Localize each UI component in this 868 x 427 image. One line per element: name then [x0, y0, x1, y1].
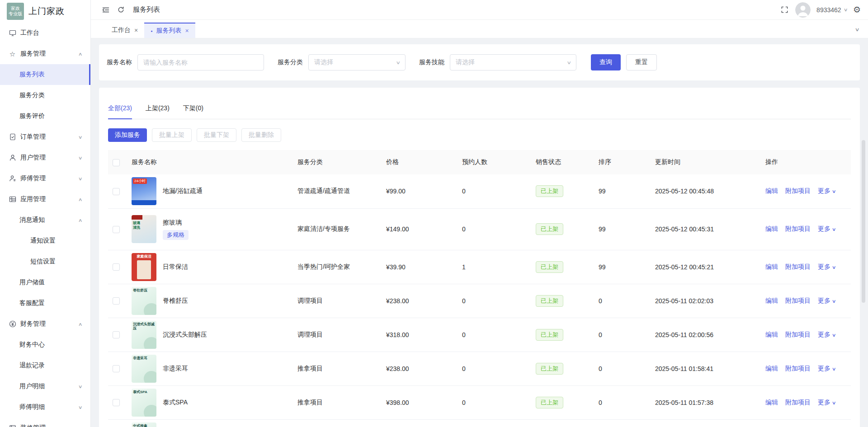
page-title: 服务列表	[133, 5, 160, 14]
topbar-right: 8933462 ∨ ⚙	[781, 2, 861, 18]
addon-items-link[interactable]: 附加项目	[785, 263, 811, 270]
more-link[interactable]: 更多∨	[818, 263, 835, 270]
table-row: 脊柱舒压脊椎舒压调理项目¥238.000已上架02025-05-11 02:02…	[108, 284, 851, 318]
edit-link[interactable]: 编辑	[765, 187, 778, 194]
addon-items-link[interactable]: 附加项目	[785, 365, 811, 372]
updated-time: 2025-05-11 02:02:03	[655, 297, 713, 305]
addon-items-link[interactable]: 附加项目	[785, 331, 811, 338]
sidebar-item-refund-records[interactable]: 退款记录	[0, 355, 90, 376]
status-tab-on-shelf[interactable]: 上架(23)	[146, 104, 170, 119]
avatar[interactable]	[795, 2, 811, 18]
collapse-sidebar-icon[interactable]	[102, 6, 110, 14]
sidebar-item-user-stored-value[interactable]: 用户储值	[0, 272, 90, 293]
sidebar-item-service-review[interactable]: 服务评价	[0, 106, 90, 127]
decor-icon	[9, 424, 16, 427]
sidebar-item-message-notice[interactable]: 消息通知∧	[0, 210, 90, 230]
sort-order: 99	[599, 225, 606, 233]
more-link[interactable]: 更多∨	[818, 331, 835, 338]
edit-link[interactable]: 编辑	[765, 365, 778, 372]
active-tab-dot-icon: ●	[151, 29, 152, 33]
tabs-menu-chevron-icon[interactable]: ∨	[854, 27, 859, 33]
tab-close-icon[interactable]: ×	[134, 27, 138, 34]
sidebar-item-customer-service-config[interactable]: 客服配置	[0, 293, 90, 314]
status-tab-all[interactable]: 全部(23)	[108, 104, 132, 119]
edit-link[interactable]: 编辑	[765, 263, 778, 270]
sidebar-item-service-mgmt[interactable]: ☆服务管理∧	[0, 43, 90, 64]
service-category: 推拿项目	[297, 399, 323, 406]
tab-close-icon[interactable]: ×	[185, 27, 189, 34]
tab-service-list[interactable]: ●服务列表×	[144, 23, 195, 38]
addon-items-link[interactable]: 附加项目	[785, 297, 811, 304]
chevron-down-icon: ∨	[78, 176, 82, 181]
sidebar-item-service-category[interactable]: 服务分类	[0, 85, 90, 106]
row-checkbox[interactable]	[113, 263, 120, 271]
status-tab-off-shelf[interactable]: 下架(0)	[183, 104, 203, 119]
more-link[interactable]: 更多∨	[818, 399, 835, 406]
sidebar-item-sms-settings[interactable]: 短信设置	[0, 251, 90, 272]
more-link[interactable]: 更多∨	[818, 187, 835, 194]
user-menu[interactable]: 8933462 ∨	[816, 6, 847, 14]
chevron-up-icon: ∧	[78, 197, 82, 202]
edit-link[interactable]: 编辑	[765, 331, 778, 338]
sidebar-item-user-mgmt[interactable]: 用户管理∨	[0, 147, 90, 168]
sidebar-item-notice-settings[interactable]: 通知设置	[0, 230, 90, 251]
addon-items-link[interactable]: 附加项目	[785, 187, 811, 194]
price: ¥318.00	[386, 331, 409, 338]
add-service-button[interactable]: 添加服务	[108, 128, 147, 142]
sidebar-item-workbench[interactable]: 工作台	[0, 23, 90, 43]
search-button[interactable]: 查询	[591, 54, 621, 70]
sidebar-item-master-mgmt[interactable]: 师傅管理∨	[0, 168, 90, 189]
sidebar-item-label: 财务中心	[19, 341, 45, 349]
service-category-select[interactable]: 请选择 ∨	[308, 54, 406, 70]
row-checkbox[interactable]	[113, 226, 120, 233]
fullscreen-icon[interactable]	[781, 6, 788, 14]
tab-workbench[interactable]: 工作台×	[105, 23, 144, 38]
row-checkbox[interactable]	[113, 331, 120, 338]
sidebar-item-order-mgmt[interactable]: 订单管理∨	[0, 127, 90, 147]
service-skill-select[interactable]: 请选择 ∨	[450, 54, 576, 70]
service-name-input[interactable]	[137, 54, 264, 70]
row-checkbox[interactable]	[113, 188, 120, 195]
row-checkbox[interactable]	[113, 399, 120, 406]
sidebar-item-service-list[interactable]: 服务列表	[0, 64, 90, 85]
more-link[interactable]: 更多∨	[818, 225, 835, 232]
row-checkbox[interactable]	[113, 365, 120, 372]
filter-panel: 服务名称 服务分类 请选择 ∨ 服务技能 请选择 ∨	[99, 44, 860, 80]
worker-icon	[9, 175, 16, 183]
sidebar-item-app-mgmt[interactable]: 应用管理∧	[0, 189, 90, 210]
sidebar-item-finance-mgmt[interactable]: 财务管理∧	[0, 314, 90, 334]
edit-link[interactable]: 编辑	[765, 297, 778, 304]
vertical-scrollbar[interactable]	[862, 140, 865, 303]
sidebar-item-decoration-mgmt[interactable]: 装修管理	[0, 418, 90, 427]
more-link[interactable]: 更多∨	[818, 365, 835, 372]
updated-time: 2025-05-11 01:57:38	[655, 399, 713, 406]
edit-link[interactable]: 编辑	[765, 399, 778, 406]
chevron-down-icon: ∨	[832, 227, 836, 232]
booking-count: 0	[462, 399, 466, 406]
service-thumbnail: 非遗采耳	[132, 355, 156, 383]
batch-on-shelf-button[interactable]: 批量上架	[152, 128, 192, 142]
reset-button[interactable]: 重置	[626, 54, 657, 70]
refresh-icon[interactable]	[117, 6, 125, 14]
batch-off-shelf-button[interactable]: 批量下架	[197, 128, 236, 142]
batch-delete-button[interactable]: 批量删除	[241, 128, 281, 142]
booking-count: 1	[462, 263, 466, 271]
addon-items-link[interactable]: 附加项目	[785, 399, 811, 406]
sidebar-item-master-details[interactable]: 师傅明细∨	[0, 397, 90, 418]
sidebar-item-label: 客服配置	[19, 299, 45, 307]
column-header: 服务名称	[132, 150, 297, 174]
edit-link[interactable]: 编辑	[765, 225, 778, 232]
sidebar-item-user-details[interactable]: 用户明细∨	[0, 376, 90, 397]
service-category: 当季热门/呵护全家	[297, 263, 350, 270]
select-all-checkbox[interactable]	[113, 159, 120, 166]
filter-group-category: 服务分类 请选择 ∨	[278, 54, 406, 70]
gear-icon[interactable]: ⚙	[853, 5, 861, 14]
chevron-down-icon: ∨	[832, 400, 836, 405]
sidebar-item-finance-center[interactable]: 财务中心	[0, 334, 90, 355]
service-category: 调理项目	[297, 297, 323, 304]
row-checkbox[interactable]	[113, 297, 120, 305]
booking-count: 0	[462, 331, 466, 338]
price: ¥99.00	[386, 188, 406, 195]
addon-items-link[interactable]: 附加项目	[785, 225, 811, 232]
more-link[interactable]: 更多∨	[818, 297, 835, 304]
